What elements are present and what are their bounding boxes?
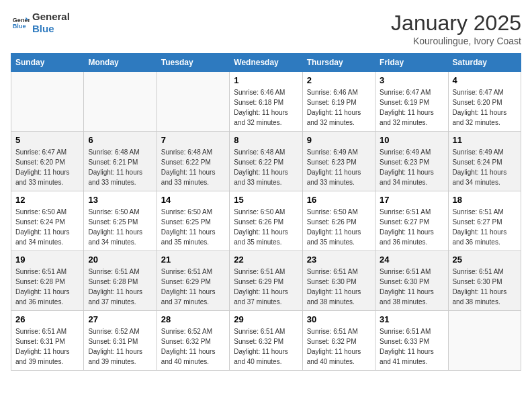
day-cell: 31Sunrise: 6:51 AM Sunset: 6:33 PM Dayli…	[375, 311, 448, 371]
day-cell	[11, 72, 84, 132]
day-number: 13	[88, 195, 152, 205]
day-info: Sunrise: 6:49 AM Sunset: 6:23 PM Dayligh…	[307, 147, 371, 187]
col-tuesday: Tuesday	[157, 54, 229, 72]
day-number: 22	[234, 255, 298, 265]
day-info: Sunrise: 6:51 AM Sunset: 6:27 PM Dayligh…	[380, 207, 443, 247]
day-cell: 17Sunrise: 6:51 AM Sunset: 6:27 PM Dayli…	[375, 191, 448, 251]
day-info: Sunrise: 6:49 AM Sunset: 6:23 PM Dayligh…	[380, 147, 443, 187]
day-info: Sunrise: 6:52 AM Sunset: 6:32 PM Dayligh…	[161, 326, 225, 367]
day-info: Sunrise: 6:47 AM Sunset: 6:20 PM Dayligh…	[453, 87, 517, 128]
day-cell: 23Sunrise: 6:51 AM Sunset: 6:30 PM Dayli…	[302, 251, 375, 311]
day-cell: 27Sunrise: 6:52 AM Sunset: 6:31 PM Dayli…	[84, 311, 157, 371]
day-info: Sunrise: 6:51 AM Sunset: 6:30 PM Dayligh…	[380, 267, 443, 307]
page-header: General Blue General Blue January 2025 K…	[11, 11, 521, 46]
day-number: 26	[15, 314, 79, 324]
week-row-0: 1Sunrise: 6:46 AM Sunset: 6:18 PM Daylig…	[11, 72, 521, 132]
day-cell: 11Sunrise: 6:49 AM Sunset: 6:24 PM Dayli…	[448, 132, 521, 191]
svg-text:Blue: Blue	[13, 23, 26, 30]
day-cell: 28Sunrise: 6:52 AM Sunset: 6:32 PM Dayli…	[157, 311, 229, 371]
day-number: 20	[88, 255, 152, 265]
week-row-4: 26Sunrise: 6:51 AM Sunset: 6:31 PM Dayli…	[11, 311, 521, 371]
day-info: Sunrise: 6:51 AM Sunset: 6:28 PM Dayligh…	[15, 267, 79, 307]
day-number: 4	[453, 75, 517, 85]
day-number: 24	[380, 255, 443, 265]
day-number: 6	[88, 135, 152, 145]
day-cell: 3Sunrise: 6:47 AM Sunset: 6:19 PM Daylig…	[375, 72, 448, 132]
day-info: Sunrise: 6:51 AM Sunset: 6:28 PM Dayligh…	[88, 267, 152, 307]
day-cell: 16Sunrise: 6:50 AM Sunset: 6:26 PM Dayli…	[302, 191, 375, 251]
day-info: Sunrise: 6:47 AM Sunset: 6:19 PM Dayligh…	[380, 87, 443, 128]
day-number: 31	[380, 314, 443, 324]
day-info: Sunrise: 6:49 AM Sunset: 6:24 PM Dayligh…	[453, 147, 517, 187]
day-info: Sunrise: 6:46 AM Sunset: 6:18 PM Dayligh…	[234, 87, 298, 128]
day-number: 28	[161, 314, 225, 324]
day-number: 23	[307, 255, 371, 265]
day-info: Sunrise: 6:51 AM Sunset: 6:29 PM Dayligh…	[234, 267, 298, 307]
day-info: Sunrise: 6:51 AM Sunset: 6:31 PM Dayligh…	[15, 326, 79, 367]
day-cell: 20Sunrise: 6:51 AM Sunset: 6:28 PM Dayli…	[84, 251, 157, 311]
day-cell: 22Sunrise: 6:51 AM Sunset: 6:29 PM Dayli…	[230, 251, 302, 311]
day-info: Sunrise: 6:47 AM Sunset: 6:20 PM Dayligh…	[15, 147, 79, 187]
day-cell: 14Sunrise: 6:50 AM Sunset: 6:25 PM Dayli…	[157, 191, 229, 251]
day-number: 5	[15, 135, 79, 145]
logo-blue: Blue	[32, 23, 70, 35]
day-number: 11	[453, 135, 517, 145]
day-cell: 6Sunrise: 6:48 AM Sunset: 6:21 PM Daylig…	[84, 132, 157, 191]
day-info: Sunrise: 6:46 AM Sunset: 6:19 PM Dayligh…	[307, 87, 371, 128]
day-cell: 25Sunrise: 6:51 AM Sunset: 6:30 PM Dayli…	[448, 251, 521, 311]
day-cell	[157, 72, 229, 132]
day-number: 25	[453, 255, 517, 265]
day-number: 19	[15, 255, 79, 265]
day-cell: 30Sunrise: 6:51 AM Sunset: 6:32 PM Dayli…	[302, 311, 375, 371]
col-friday: Friday	[375, 54, 448, 72]
day-cell: 4Sunrise: 6:47 AM Sunset: 6:20 PM Daylig…	[448, 72, 521, 132]
day-cell: 2Sunrise: 6:46 AM Sunset: 6:19 PM Daylig…	[302, 72, 375, 132]
day-number: 3	[380, 75, 443, 85]
location: Kouroulingue, Ivory Coast	[391, 36, 521, 46]
day-info: Sunrise: 6:48 AM Sunset: 6:22 PM Dayligh…	[234, 147, 298, 187]
logo: General Blue General Blue	[11, 11, 70, 35]
day-info: Sunrise: 6:50 AM Sunset: 6:24 PM Dayligh…	[15, 207, 79, 247]
day-cell: 15Sunrise: 6:50 AM Sunset: 6:26 PM Dayli…	[230, 191, 302, 251]
col-thursday: Thursday	[302, 54, 375, 72]
day-number: 2	[307, 75, 371, 85]
calendar-table: Sunday Monday Tuesday Wednesday Thursday…	[11, 53, 521, 371]
day-cell: 10Sunrise: 6:49 AM Sunset: 6:23 PM Dayli…	[375, 132, 448, 191]
day-number: 15	[234, 195, 298, 205]
day-cell: 19Sunrise: 6:51 AM Sunset: 6:28 PM Dayli…	[11, 251, 84, 311]
day-info: Sunrise: 6:48 AM Sunset: 6:21 PM Dayligh…	[88, 147, 152, 187]
header-row: Sunday Monday Tuesday Wednesday Thursday…	[11, 54, 521, 72]
day-info: Sunrise: 6:50 AM Sunset: 6:26 PM Dayligh…	[307, 207, 371, 247]
day-number: 18	[453, 195, 517, 205]
day-cell: 12Sunrise: 6:50 AM Sunset: 6:24 PM Dayli…	[11, 191, 84, 251]
day-number: 1	[234, 75, 298, 85]
day-info: Sunrise: 6:51 AM Sunset: 6:33 PM Dayligh…	[380, 326, 443, 367]
day-number: 14	[161, 195, 225, 205]
day-info: Sunrise: 6:51 AM Sunset: 6:29 PM Dayligh…	[161, 267, 225, 307]
day-number: 9	[307, 135, 371, 145]
col-sunday: Sunday	[11, 54, 84, 72]
day-info: Sunrise: 6:51 AM Sunset: 6:32 PM Dayligh…	[307, 326, 371, 367]
day-number: 27	[88, 314, 152, 324]
day-number: 12	[15, 195, 79, 205]
day-cell: 1Sunrise: 6:46 AM Sunset: 6:18 PM Daylig…	[230, 72, 302, 132]
day-number: 29	[234, 314, 298, 324]
day-cell: 18Sunrise: 6:51 AM Sunset: 6:27 PM Dayli…	[448, 191, 521, 251]
day-info: Sunrise: 6:51 AM Sunset: 6:27 PM Dayligh…	[453, 207, 517, 247]
day-cell: 13Sunrise: 6:50 AM Sunset: 6:25 PM Dayli…	[84, 191, 157, 251]
day-cell: 29Sunrise: 6:51 AM Sunset: 6:32 PM Dayli…	[230, 311, 302, 371]
month-title: January 2025	[391, 11, 521, 36]
week-row-1: 5Sunrise: 6:47 AM Sunset: 6:20 PM Daylig…	[11, 132, 521, 191]
day-number: 8	[234, 135, 298, 145]
title-block: January 2025 Kouroulingue, Ivory Coast	[391, 11, 521, 46]
day-cell	[448, 311, 521, 371]
day-cell: 9Sunrise: 6:49 AM Sunset: 6:23 PM Daylig…	[302, 132, 375, 191]
day-info: Sunrise: 6:52 AM Sunset: 6:31 PM Dayligh…	[88, 326, 152, 367]
day-number: 7	[161, 135, 225, 145]
col-saturday: Saturday	[448, 54, 521, 72]
day-info: Sunrise: 6:50 AM Sunset: 6:25 PM Dayligh…	[161, 207, 225, 247]
logo-general: General	[32, 11, 70, 23]
day-cell: 7Sunrise: 6:48 AM Sunset: 6:22 PM Daylig…	[157, 132, 229, 191]
logo-icon: General Blue	[11, 13, 30, 32]
day-cell: 21Sunrise: 6:51 AM Sunset: 6:29 PM Dayli…	[157, 251, 229, 311]
